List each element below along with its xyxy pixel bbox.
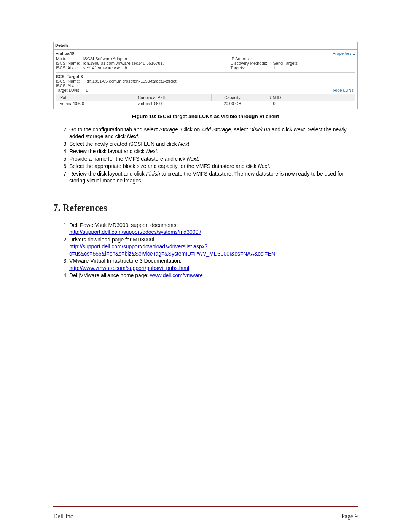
reference-2-link[interactable]: http://support.dell.com/support/download…	[69, 243, 275, 256]
reference-1-link[interactable]: http://support.dell.com/support/edocs/sy…	[69, 229, 201, 235]
step-7: Review the disk layout and click Finish …	[69, 170, 358, 184]
references-heading: 7. References	[53, 203, 358, 213]
adapter-name: vmhba40	[56, 51, 333, 56]
step-6: Select the appropriate block size and ca…	[69, 163, 358, 169]
cell-capacity: 20.00 GB	[212, 101, 253, 107]
details-panel: Details vmhba40 Properties... Model: iSC…	[53, 42, 358, 109]
iscsi-alias-label: iSCSI Alias:	[56, 66, 83, 70]
footer-rule	[53, 506, 358, 508]
step-5: Provide a name for the VMFS datastore an…	[69, 155, 358, 162]
step-2: Go to the configuration tab and select S…	[69, 126, 358, 140]
iscsi-name-label: iSCSI Name:	[56, 61, 83, 66]
lun-table: Path Canonical Path Capacity LUN ID vmhb…	[56, 94, 355, 106]
document-page: Details vmhba40 Properties... Model: iSC…	[0, 0, 411, 532]
step-4: Review the disk layout and click Next.	[69, 148, 358, 155]
hide-luns-link[interactable]: Hide LUNs	[333, 88, 355, 93]
reference-3-link[interactable]: http://www.vmware.com/support/pubs/vi_pu…	[69, 265, 189, 271]
table-header-row: Path Canonical Path Capacity LUN ID	[56, 94, 355, 101]
target-iscsi-alias-label: iSCSI Alias:	[56, 83, 86, 88]
cell-canonical: vmhba40:6:0	[134, 101, 212, 107]
reference-4: Dell|VMware alliance home page: www.dell…	[69, 272, 358, 279]
target-luns-value: 1	[86, 88, 88, 93]
iscsi-name-value: iqn.1998-01.com.vmware:sec141-55167817	[83, 61, 165, 66]
scsi-target-heading: SCSI Target 6	[56, 74, 355, 79]
footer-right: Page 9	[341, 513, 358, 520]
ip-label: IP Address:	[231, 56, 273, 61]
col-capacity: Capacity	[212, 94, 253, 101]
discovery-value: Send Targets	[273, 61, 298, 66]
properties-link[interactable]: Properties...	[333, 51, 355, 56]
targets-value: 1	[273, 66, 276, 70]
reference-4-link[interactable]: www.dell.com/vmware	[150, 272, 202, 278]
details-title: Details	[54, 42, 357, 49]
target-iscsi-name-value: iqn.1991-05.com.microsoft:nx1950-target1…	[86, 79, 176, 83]
cell-path: vmhba40:6:0	[56, 101, 134, 107]
col-path: Path	[56, 94, 134, 101]
target-luns-label: Target LUNs:	[56, 88, 86, 93]
col-canonical: Canonical Path	[134, 94, 212, 101]
footer-left: Dell Inc	[53, 513, 73, 520]
details-body: vmhba40 Properties... Model: iSCSI Softw…	[54, 49, 357, 109]
targets-label: Targets:	[231, 66, 273, 70]
cell-lunid: 0	[253, 101, 295, 107]
discovery-label: Discovery Methods:	[231, 61, 273, 66]
model-value: iSCSI Software Adapter	[83, 56, 127, 61]
procedure-steps: Go to the configuration tab and select S…	[62, 126, 358, 184]
page-footer: Dell Inc Page 9	[53, 513, 358, 520]
iscsi-alias-value: sec141.vmware.vse.lab	[83, 66, 127, 70]
step-3: Select the newly created iSCSI LUN and c…	[69, 141, 358, 147]
col-lunid: LUN ID	[253, 94, 295, 101]
references-list: Dell PowerVault MD3000i support document…	[62, 222, 358, 279]
model-label: Model:	[56, 56, 83, 61]
target-iscsi-name-label: iSCSI Name:	[56, 79, 86, 83]
reference-2: Drivers download page for MD3000i: http:…	[69, 236, 358, 257]
table-row: vmhba40:6:0 vmhba40:6:0 20.00 GB 0	[56, 101, 355, 107]
figure-caption: Figure 10: iSCSI target and LUNs as visi…	[53, 113, 358, 119]
reference-1: Dell PowerVault MD3000i support document…	[69, 222, 358, 236]
reference-3: VMware Virtual Infrastructure 3 Document…	[69, 257, 358, 272]
